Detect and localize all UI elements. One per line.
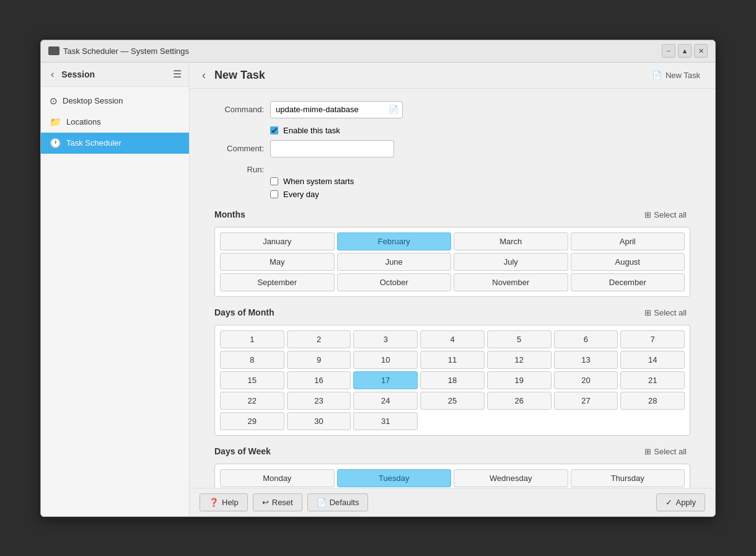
- help-button[interactable]: ❓ Help: [200, 493, 248, 511]
- dow-select-all-label: Select all: [654, 447, 687, 456]
- month-btn-january[interactable]: January: [220, 232, 335, 250]
- dom-btn-19[interactable]: 19: [487, 371, 552, 389]
- dom-btn-11[interactable]: 11: [420, 351, 485, 369]
- dow-select-all-button[interactable]: ⊞ Select all: [641, 446, 690, 457]
- dom-btn-10[interactable]: 10: [353, 351, 418, 369]
- month-btn-june[interactable]: June: [337, 253, 452, 271]
- month-btn-august[interactable]: August: [571, 253, 685, 271]
- dom-btn-7[interactable]: 7: [620, 330, 685, 348]
- months-grid: JanuaryFebruaryMarchAprilMayJuneJulyAugu…: [220, 232, 685, 291]
- sidebar-back-button[interactable]: ‹: [48, 68, 56, 81]
- content-back-button[interactable]: ‹: [200, 68, 208, 83]
- content-header: ‹ New Task 📄 New Task: [190, 63, 715, 89]
- month-btn-march[interactable]: March: [454, 232, 568, 250]
- apply-button[interactable]: ✓ Apply: [656, 493, 705, 511]
- dom-btn-12[interactable]: 12: [487, 351, 552, 369]
- month-btn-april[interactable]: April: [571, 232, 685, 250]
- month-btn-february[interactable]: February: [337, 232, 452, 250]
- content-area: ‹ New Task 📄 New Task Command: 📄: [190, 63, 715, 516]
- run-every-day-checkbox[interactable]: [270, 190, 278, 198]
- comment-input[interactable]: [270, 140, 394, 157]
- dom-btn-16[interactable]: 16: [287, 371, 351, 389]
- dow-btn-wednesday[interactable]: Wednesday: [454, 469, 568, 487]
- months-title: Months: [214, 210, 245, 219]
- dow-btn-thursday[interactable]: Thursday: [571, 469, 685, 487]
- dom-btn-28[interactable]: 28: [620, 392, 685, 410]
- sidebar-item-locations[interactable]: 📁 Locations: [41, 112, 189, 133]
- dom-btn-8[interactable]: 8: [220, 351, 284, 369]
- run-every-day-label: Every day: [283, 190, 319, 199]
- dom-btn-23[interactable]: 23: [287, 392, 351, 410]
- dow-title: Days of Week: [214, 446, 271, 456]
- dow-grid-container: MondayTuesdayWednesdayThursday: [214, 464, 690, 488]
- main-layout: ‹ Session ☰ ⊙ Desktop Session 📁 Location…: [41, 63, 715, 516]
- dom-btn-5[interactable]: 5: [487, 330, 552, 348]
- months-section: Months ⊞ Select all JanuaryFebruaryMarch…: [214, 209, 690, 297]
- dom-btn-4[interactable]: 4: [420, 330, 485, 348]
- dom-btn-2[interactable]: 2: [287, 330, 351, 348]
- dom-btn-29[interactable]: 29: [220, 412, 284, 430]
- locations-icon: 📁: [50, 117, 61, 128]
- command-input[interactable]: [271, 105, 385, 114]
- close-button[interactable]: ✕: [694, 44, 708, 58]
- months-select-all-button[interactable]: ⊞ Select all: [641, 209, 690, 221]
- months-section-header: Months ⊞ Select all: [214, 209, 690, 221]
- dom-select-all-button[interactable]: ⊞ Select all: [641, 307, 690, 319]
- month-btn-september[interactable]: September: [220, 273, 335, 291]
- new-task-button[interactable]: 📄 New Task: [647, 68, 705, 82]
- dom-btn-14[interactable]: 14: [620, 351, 685, 369]
- dom-btn-30[interactable]: 30: [287, 412, 351, 430]
- sidebar-item-task-scheduler[interactable]: 🕐 Task Scheduler: [41, 133, 189, 154]
- sidebar-menu-button[interactable]: ☰: [173, 68, 182, 80]
- dom-btn-9[interactable]: 9: [287, 351, 351, 369]
- reset-icon: ↩: [262, 498, 269, 507]
- month-btn-december[interactable]: December: [571, 273, 685, 291]
- command-row: Command: 📄: [214, 101, 690, 118]
- dow-btn-monday[interactable]: Monday: [220, 469, 335, 487]
- defaults-button[interactable]: 📄 Defaults: [307, 493, 369, 511]
- sidebar-item-label: Locations: [66, 117, 101, 126]
- sidebar-items: ⊙ Desktop Session 📁 Locations 🕐 Task Sch…: [41, 87, 189, 157]
- select-all-icon: ⊞: [644, 210, 651, 219]
- month-btn-july[interactable]: July: [454, 253, 568, 271]
- footer: ❓ Help ↩ Reset 📄 Defaults ✓ Apply: [190, 488, 715, 516]
- dom-btn-17[interactable]: 17: [353, 371, 418, 389]
- task-scheduler-icon: 🕐: [50, 138, 61, 149]
- month-btn-may[interactable]: May: [220, 253, 335, 271]
- sidebar-header: ‹ Session ☰: [41, 63, 189, 87]
- dom-btn-22[interactable]: 22: [220, 392, 284, 410]
- dom-btn-26[interactable]: 26: [487, 392, 552, 410]
- enable-task-checkbox[interactable]: [270, 126, 278, 135]
- maximize-button[interactable]: ▲: [678, 44, 692, 58]
- dow-grid: MondayTuesdayWednesdayThursday: [220, 469, 685, 487]
- command-file-icon[interactable]: 📄: [385, 105, 402, 114]
- dom-btn-6[interactable]: 6: [554, 330, 618, 348]
- dom-btn-13[interactable]: 13: [554, 351, 618, 369]
- comment-row: Comment:: [214, 140, 690, 157]
- days-of-month-section: Days of Month ⊞ Select all 1234567891011…: [214, 307, 690, 436]
- dom-btn-15[interactable]: 15: [220, 371, 284, 389]
- dom-btn-24[interactable]: 24: [353, 392, 418, 410]
- sidebar-item-desktop-session[interactable]: ⊙ Desktop Session: [41, 90, 189, 112]
- footer-left: ❓ Help ↩ Reset 📄 Defaults: [200, 493, 368, 511]
- window-title: Task Scheduler — System Settings: [63, 46, 189, 56]
- dom-btn-20[interactable]: 20: [554, 371, 618, 389]
- run-on-start-checkbox[interactable]: [270, 177, 278, 185]
- dom-grid-container: 1234567891011121314151617181920212223242…: [214, 325, 690, 436]
- dom-btn-1[interactable]: 1: [220, 330, 284, 348]
- month-btn-october[interactable]: October: [337, 273, 452, 291]
- dom-btn-27[interactable]: 27: [554, 392, 618, 410]
- dom-btn-18[interactable]: 18: [420, 371, 485, 389]
- dom-grid: 1234567891011121314151617181920212223242…: [220, 330, 685, 430]
- enable-checkbox-row: Enable this task: [270, 126, 690, 135]
- dow-btn-tuesday[interactable]: Tuesday: [337, 469, 452, 487]
- dom-btn-21[interactable]: 21: [620, 371, 685, 389]
- dom-btn-31[interactable]: 31: [353, 412, 418, 430]
- month-btn-november[interactable]: November: [454, 273, 568, 291]
- minimize-button[interactable]: −: [662, 44, 675, 58]
- dom-btn-3[interactable]: 3: [353, 330, 418, 348]
- dom-btn-25[interactable]: 25: [420, 392, 485, 410]
- reset-button[interactable]: ↩ Reset: [253, 493, 302, 511]
- content-header-left: ‹ New Task: [200, 68, 265, 83]
- defaults-icon: 📄: [317, 498, 327, 507]
